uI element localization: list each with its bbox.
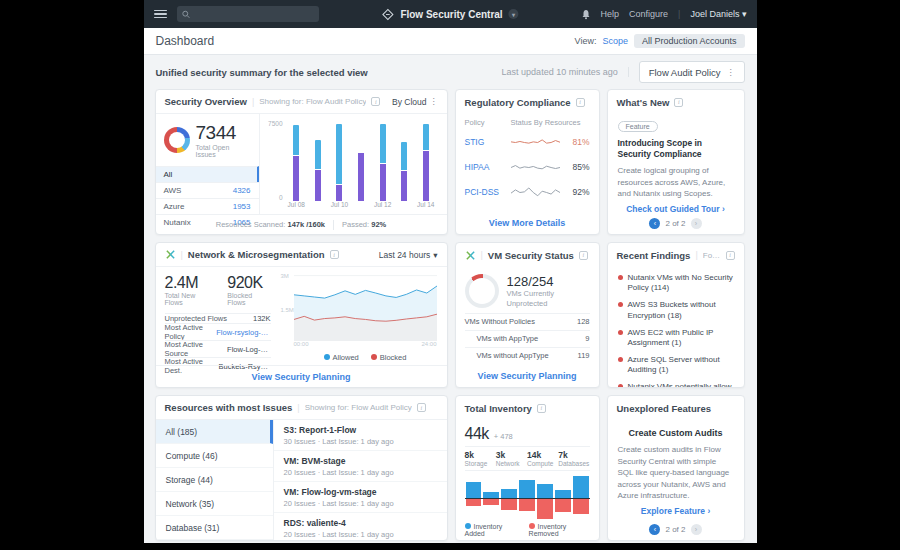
finding-item[interactable]: AWS EC2 with Public IP Assignment (1) xyxy=(618,328,734,349)
pagination-prev-icon[interactable]: ‹ xyxy=(649,218,660,229)
stat-row: Most Active PolicyFlow-rsyslog-app... xyxy=(165,323,271,340)
pagination-prev-icon[interactable]: ‹ xyxy=(649,524,660,535)
policy-link[interactable]: Flow-rsyslog-app... xyxy=(216,328,270,337)
info-icon[interactable]: i xyxy=(576,98,585,107)
hamburger-menu-icon[interactable] xyxy=(154,10,167,19)
card-title: Network & Microsegmentation xyxy=(188,249,325,260)
hipaa-sparkline xyxy=(511,160,560,173)
showing-for-label: Showing for: Flow Audit Policy xyxy=(259,97,366,106)
card-title: VM Security Status xyxy=(488,250,574,261)
header-separator: | xyxy=(181,250,183,260)
dashboard-grid: Security Overview | Showing for: Flow Au… xyxy=(144,89,757,547)
vm-protection-donut-chart xyxy=(465,274,499,308)
flow-security-central-logo-icon xyxy=(381,8,394,21)
vm-stat-row: VMs with AppType9 xyxy=(465,330,590,347)
feature-badge: Feature xyxy=(618,121,658,132)
summary-bar: Unified security summary for the selecte… xyxy=(144,55,757,89)
tab-compute[interactable]: Compute (46) xyxy=(156,444,273,468)
notifications-bell-icon[interactable] xyxy=(581,9,591,20)
info-icon[interactable]: i xyxy=(674,98,683,107)
info-icon[interactable]: i xyxy=(726,251,735,260)
issues-donut-chart xyxy=(164,127,190,153)
tab-all[interactable]: All (185) xyxy=(156,420,273,444)
stat-row: Most Active SourceFlow-Log-VM xyxy=(165,340,271,357)
total-open-issues-label: Total Open Issues xyxy=(196,144,251,158)
finding-item[interactable]: AWS S3 Buckets without Encryption (18) xyxy=(618,300,734,321)
selector-kebab-icon: ⋮ xyxy=(727,68,735,77)
view-security-planning-link[interactable]: View Security Planning xyxy=(156,365,447,387)
policy-link[interactable]: HIPAA xyxy=(465,162,505,172)
info-icon[interactable]: i xyxy=(417,403,426,412)
compliance-row-pcidss: PCI-DSS 92% xyxy=(456,179,599,204)
time-range-selector[interactable]: Last 24 hours ▾ xyxy=(379,250,438,260)
flow-icon xyxy=(165,249,176,260)
blocked-flows-stat: 920KBlocked Flows xyxy=(227,274,270,306)
resource-item[interactable]: VM: Flow-log-vm-stage20 Issues · Last Is… xyxy=(274,482,447,513)
tab-database[interactable]: Database (31) xyxy=(156,516,273,540)
finding-item[interactable]: Nutanix VMs potentially allow all traffi… xyxy=(618,382,734,388)
app-window: Flow Security Central ▾ Help Configure |… xyxy=(144,0,757,543)
info-icon[interactable]: i xyxy=(371,97,380,106)
card-title: Recent Findings xyxy=(617,250,691,261)
tab-network[interactable]: Network (35) xyxy=(156,492,273,516)
feature-heading: Create Custom Audits xyxy=(618,428,734,438)
vm-stat-row: VMs Without Policies128 xyxy=(465,313,590,330)
legend-item-aws[interactable]: AWS4326 xyxy=(156,182,259,198)
compliance-row-hipaa: HIPAA 85% xyxy=(456,154,599,179)
flows-line-chart: 3M 1.5M 00:00 24:00 Allowed Blocked xyxy=(280,267,447,365)
compliance-percent: 81% xyxy=(566,137,590,147)
card-unexplored-features: Unexplored Features Create Custom Audits… xyxy=(607,395,745,541)
finding-item[interactable]: Nutanix VMs with No Security Policy (114… xyxy=(618,273,734,294)
page-header: Dashboard View: Scope All Production Acc… xyxy=(144,28,757,55)
card-recent-findings: Recent Findings | For: Flow Aud... i Nut… xyxy=(607,242,745,388)
global-search[interactable] xyxy=(177,6,319,22)
vm-stat-row: VMs without AppType119 xyxy=(465,347,590,364)
total-new-flows-stat: 2.4MTotal New Flows xyxy=(165,274,214,306)
header-separator: | xyxy=(695,250,697,260)
info-icon[interactable]: i xyxy=(537,404,546,413)
inventory-total-value: 44k xyxy=(465,425,489,443)
help-link[interactable]: Help xyxy=(601,9,620,19)
configure-link[interactable]: Configure xyxy=(629,9,668,19)
info-icon[interactable]: i xyxy=(330,250,339,259)
pagination-next-icon[interactable]: › xyxy=(691,524,702,535)
user-menu[interactable]: Joel Daniels ▾ xyxy=(690,9,746,19)
resource-item[interactable]: RDS: valiente-420 Issues · Last Issue: 1… xyxy=(274,513,447,540)
compliance-row-stig: STIG 81% xyxy=(456,129,599,154)
header-separator: | xyxy=(252,97,254,107)
card-whats-new: What's New i Feature Introducing Scope i… xyxy=(607,89,745,235)
inventory-diverging-bar-chart xyxy=(465,475,590,521)
topbar-divider: | xyxy=(678,9,680,19)
resource-list: S3: Report-1-Flow30 Issues · Last Issue:… xyxy=(274,420,447,540)
finding-item[interactable]: Azure SQL Server without Auditing (1) xyxy=(618,355,734,376)
view-selected-pill[interactable]: All Production Accounts xyxy=(634,34,745,48)
card-title: Security Overview xyxy=(165,96,247,107)
view-more-details-link[interactable]: View More Details xyxy=(456,212,599,234)
pagination-next-icon[interactable]: › xyxy=(691,218,702,229)
policy-link[interactable]: STIG xyxy=(465,137,505,147)
info-icon[interactable]: i xyxy=(579,251,588,260)
app-switcher-caret-icon[interactable]: ▾ xyxy=(509,9,519,19)
card-title: Total Inventory xyxy=(465,403,532,414)
showing-for-label: Showing for: Flow Audit Policy xyxy=(305,403,412,412)
view-scope-link[interactable]: Scope xyxy=(602,36,628,46)
resource-item[interactable]: S3: Report-1-Flow30 Issues · Last Issue:… xyxy=(274,420,447,451)
vms-unprotected-label: VMs Currently Unprotected xyxy=(507,289,590,309)
stig-sparkline xyxy=(511,135,560,148)
resource-item[interactable]: VM: BVM-stage20 Issues · Last Issue: 1 d… xyxy=(274,451,447,482)
by-cloud-selector[interactable]: By Cloud⋮ xyxy=(392,97,438,107)
tab-storage[interactable]: Storage (44) xyxy=(156,468,273,492)
search-input[interactable] xyxy=(194,9,314,19)
whats-new-item-body: Create logical grouping of resources acr… xyxy=(618,165,734,200)
chart-legend: Inventory Added Inventory Removed xyxy=(465,523,590,536)
card-title: Regulatory Compliance xyxy=(465,97,571,108)
severity-dot-icon xyxy=(618,330,623,335)
view-security-planning-link[interactable]: View Security Planning xyxy=(456,365,599,387)
policy-link[interactable]: PCI-DSS xyxy=(465,187,505,197)
policy-selector-button[interactable]: Flow Audit Policy ⋮ xyxy=(639,61,745,83)
stat-row: Unprotected Flows132K xyxy=(165,313,271,323)
severity-dot-icon xyxy=(618,275,623,280)
legend-item-azure[interactable]: Azure1953 xyxy=(156,198,259,214)
added-dot-icon xyxy=(465,523,471,529)
legend-item-all[interactable]: All xyxy=(156,166,259,182)
